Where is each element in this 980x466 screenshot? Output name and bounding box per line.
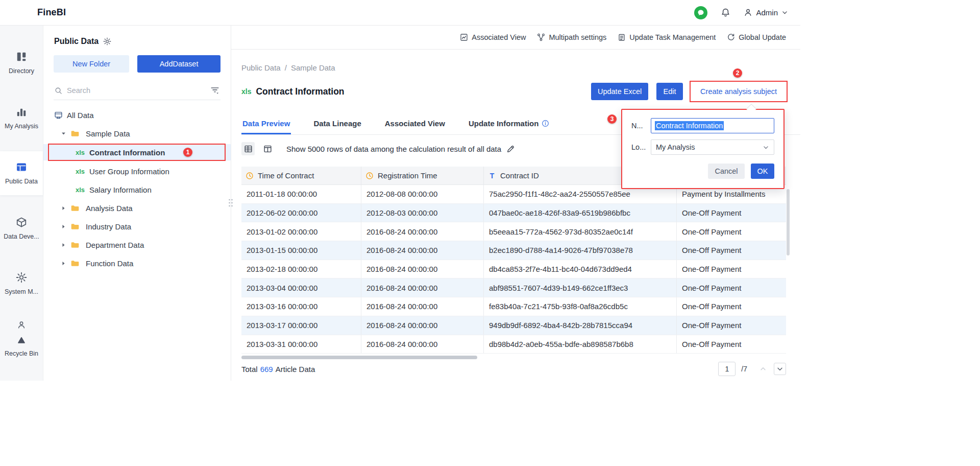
table-cell: 2016-08-24 00:00:00 (361, 297, 484, 316)
breadcrumb-public-data[interactable]: Public Data (241, 63, 281, 72)
column-header-registration-time: Registration Time (361, 167, 484, 184)
popup-buttons: Cancel OK (631, 164, 774, 179)
dataset-tree: All Data Sample Data xls Contract Inform… (43, 107, 231, 271)
tree-folder-function-data[interactable]: Function Data (43, 255, 231, 271)
page-title: Contract Information (256, 86, 344, 97)
tree-folder-industry-data[interactable]: Industry Data (43, 219, 231, 234)
next-page-button[interactable] (774, 363, 786, 375)
filter-icon[interactable] (210, 86, 219, 95)
edit-button[interactable]: Edit (656, 83, 683, 100)
tree-folder-department-data[interactable]: Department Data (43, 237, 231, 252)
breadcrumb: Public Data / Sample Data (241, 63, 335, 72)
drag-dots-icon (228, 198, 234, 207)
multipath-icon (537, 33, 545, 41)
vertical-scrollbar[interactable] (787, 189, 790, 255)
create-analysis-subject-button[interactable]: Create analysis subject (691, 82, 786, 101)
associated-view-action[interactable]: Associated View (460, 33, 526, 41)
sidebar-item-my-analysis[interactable]: My Analysis (0, 96, 43, 140)
search-input[interactable] (67, 86, 206, 95)
tree-item-salary-information[interactable]: xls Salary Information (43, 182, 231, 197)
cancel-button[interactable]: Cancel (708, 164, 745, 179)
tab-data-preview[interactable]: Data Preview (241, 113, 291, 134)
annotation-badge-2: 2 (733, 68, 742, 78)
table-row: 2013-03-31 00:00:00 2016-08-24 00:00:00 … (241, 335, 786, 354)
location-select[interactable]: My Analysis (651, 139, 774, 155)
add-dataset-button[interactable]: AddDataset (137, 55, 220, 73)
sidebar-item-recycle-bin[interactable]: Recycle Bin (0, 317, 43, 361)
tab-data-lineage[interactable]: Data Lineage (312, 113, 362, 134)
table-row: 2013-03-16 00:00:00 2016-08-24 00:00:00 … (241, 297, 786, 316)
table-row: 2013-03-17 00:00:00 2016-08-24 00:00:00 … (241, 316, 786, 335)
horizontal-scrollbar[interactable] (241, 356, 477, 359)
table-cell: 2016-08-24 00:00:00 (361, 260, 484, 278)
task-management-icon (618, 33, 626, 41)
sidebar-item-system-management[interactable]: System M... (0, 262, 43, 306)
info-icon[interactable] (542, 120, 549, 127)
gear-icon[interactable] (103, 37, 111, 45)
sidebar-item-label: Recycle Bin (5, 350, 38, 357)
selected-input-text: Contract Information (655, 121, 724, 130)
global-update-action[interactable]: Global Update (727, 33, 786, 41)
breadcrumb-sample-data[interactable]: Sample Data (291, 63, 335, 72)
ok-button[interactable]: OK (751, 164, 774, 179)
edit-row-limit-button[interactable] (506, 145, 515, 153)
tab-label: Associated View (385, 119, 445, 128)
sidebar-item-directory[interactable]: Directory (0, 41, 43, 85)
top-bar: FineBI Admin (0, 0, 800, 26)
column-header-label: Contract ID (500, 171, 539, 180)
toolbar-item-label: Update Task Management (629, 33, 716, 41)
tree-folder-sample-data[interactable]: Sample Data (43, 126, 231, 141)
finebi-app: FineBI Admin Directory (0, 0, 800, 381)
annotation-badge-1: 1 (183, 148, 192, 157)
name-label: N... (631, 122, 651, 130)
create-analysis-wrapper: Create analysis subject 2 (691, 82, 786, 101)
new-folder-button[interactable]: New Folder (54, 55, 129, 73)
notification-bell-icon[interactable] (721, 8, 730, 17)
page-number-input[interactable] (718, 362, 736, 376)
sidebar-item-data-development[interactable]: Data Deve... (0, 206, 43, 250)
main-toolbar: Associated View Multipath settings Updat… (231, 26, 800, 50)
table-cell: 047bae0c-ae18-426f-83a9-6519b986bfbc (484, 204, 677, 222)
location-label: Lo... (631, 143, 651, 151)
tree-item-user-group-information[interactable]: xls User Group Information (43, 164, 231, 179)
folder-icon (70, 203, 80, 213)
caret-down-icon[interactable] (60, 131, 66, 136)
analysis-name-input[interactable]: Contract Information (651, 118, 774, 133)
tree-item-contract-information[interactable]: xls Contract Information 1 (43, 144, 231, 160)
multipath-settings-action[interactable]: Multipath settings (537, 33, 606, 41)
grid-view-toggle[interactable] (241, 142, 255, 155)
grid-view-icon (244, 145, 253, 153)
table-cell: 2013-03-17 00:00:00 (241, 316, 361, 335)
update-task-management-action[interactable]: Update Task Management (618, 33, 716, 41)
tree-folder-analysis-data[interactable]: Analysis Data (43, 200, 231, 216)
update-excel-button[interactable]: Update Excel (591, 83, 648, 100)
caret-right-icon[interactable] (60, 242, 66, 248)
column-header-label: Time of Contract (258, 171, 314, 180)
panel-resize-handle[interactable] (228, 198, 234, 207)
associated-view-icon (460, 33, 468, 41)
sidebar-item-label: System M... (5, 288, 38, 295)
tab-associated-view[interactable]: Associated View (384, 113, 446, 134)
column-view-toggle[interactable] (261, 142, 274, 155)
tab-update-information[interactable]: Update Information (468, 113, 551, 134)
tree-item-label: User Group Information (89, 167, 169, 176)
cube-icon (16, 217, 27, 228)
global-update-icon (727, 33, 735, 41)
sidebar-item-public-data[interactable]: Public Data (0, 151, 43, 195)
previous-page-button[interactable] (757, 363, 769, 375)
caret-right-icon[interactable] (60, 205, 66, 211)
tree-item-all-data[interactable]: All Data (43, 107, 231, 123)
table-row: 2013-01-02 00:00:00 2016-08-24 00:00:00 … (241, 222, 786, 241)
text-type-icon: T (488, 172, 496, 180)
directory-icon (16, 51, 27, 62)
table-cell: One-Off Payment (677, 335, 786, 354)
xls-file-icon: xls (76, 149, 88, 156)
pencil-icon (506, 145, 515, 153)
table-row: 2013-03-04 00:00:00 2016-08-24 00:00:00 … (241, 278, 786, 297)
caret-right-icon[interactable] (60, 224, 66, 229)
caret-right-icon[interactable] (60, 261, 66, 266)
table-cell: db4ca853-2f7e-4b11-bc40-04d673dd9ed4 (484, 260, 677, 278)
chat-support-icon[interactable] (694, 6, 707, 19)
recycle-bin-icons (17, 320, 26, 345)
user-menu[interactable]: Admin (744, 8, 788, 17)
